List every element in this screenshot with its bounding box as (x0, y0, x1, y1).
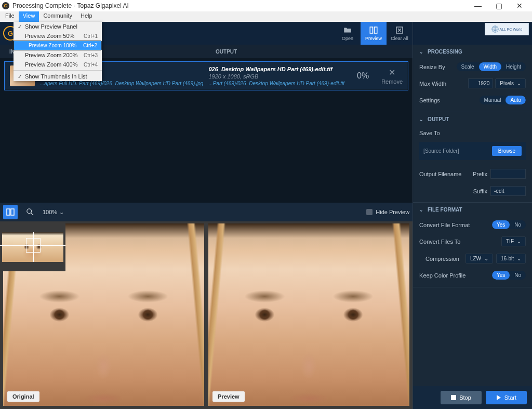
compression-select[interactable]: LZW⌄ (466, 254, 493, 263)
suffix-label: Suffix (473, 188, 487, 194)
preview-label: Preview (212, 391, 245, 402)
close-icon: ✕ (389, 68, 395, 77)
output-filename: 026_Desktop Wallpapers HD Part (469)-edi… (208, 66, 344, 72)
settings-segment[interactable]: Manual Auto (480, 96, 526, 104)
stop-icon (451, 395, 456, 400)
chevron-down-icon: ⌄ (517, 81, 521, 86)
save-to-label: Save To (419, 130, 526, 136)
zoom-select[interactable]: 100%⌄ (43, 209, 64, 216)
chevron-down-icon: ⌄ (59, 209, 64, 216)
preview-icon (369, 25, 378, 35)
chevron-down-icon: ⌄ (419, 207, 423, 213)
close-button[interactable]: ✕ (509, 0, 530, 11)
menu-zoom-200[interactable]: Preview Zoom 200%Ctrl+3 (14, 50, 102, 60)
preview-area: Original Preview (0, 221, 413, 409)
files-to-label: Convert Files To (419, 239, 501, 245)
keep-color-segment[interactable]: YesNo (492, 271, 526, 280)
filename-label: Output Filename (419, 171, 473, 177)
suffix-input[interactable] (490, 186, 526, 196)
svg-rect-3 (7, 209, 10, 215)
window-title: Processing Complete - Topaz Gigapixel AI (12, 2, 129, 9)
chevron-down-icon: ⌄ (484, 256, 488, 261)
view-dropdown: ✓Show Preview Panel Preview Zoom 50%Ctrl… (14, 22, 102, 81)
menu-show-preview-panel[interactable]: ✓Show Preview Panel (14, 22, 102, 31)
bitdepth-select[interactable]: 16-bit⌄ (496, 254, 526, 263)
menu-zoom-100[interactable]: Preview Zoom 100%Ctrl+2 (14, 41, 102, 50)
svg-rect-4 (11, 209, 14, 215)
progress-percent: 0% (357, 71, 369, 81)
svg-rect-0 (370, 27, 373, 33)
settings-panel: ⌄PROCESSING Resize By Scale Width Height… (413, 22, 532, 409)
menu-zoom-400[interactable]: Preview Zoom 400%Ctrl+4 (14, 60, 102, 69)
menu-zoom-50[interactable]: Preview Zoom 50%Ctrl+1 (14, 31, 102, 41)
preview-pane[interactable]: Preview (208, 223, 409, 406)
max-width-input[interactable] (468, 78, 493, 88)
prefix-input[interactable] (490, 169, 526, 179)
clear-icon (395, 25, 404, 35)
minus-icon (366, 209, 373, 215)
svg-rect-6 (451, 395, 456, 400)
remove-button[interactable]: ✕ Remove (381, 68, 403, 85)
input-path: ...apers Full HD. Part (469)/026_Desktop… (40, 81, 203, 86)
split-icon (6, 208, 15, 216)
chevron-down-icon: ⌄ (517, 256, 521, 261)
menu-view[interactable]: View (19, 11, 39, 22)
resize-by-label: Resize By (419, 64, 456, 70)
chevron-down-icon: ⌄ (517, 239, 521, 244)
navigator[interactable] (0, 222, 65, 271)
menu-show-thumbnails[interactable]: ✓Show Thumbnails In List (14, 72, 102, 81)
layout-toggle[interactable] (3, 205, 18, 219)
maximize-button[interactable]: ▢ (488, 0, 509, 11)
open-button[interactable]: Open (335, 22, 361, 45)
stop-button[interactable]: Stop (441, 391, 482, 404)
svg-rect-1 (375, 27, 377, 33)
prefix-label: Prefix (473, 171, 487, 177)
preview-toolbar: 100%⌄ Hide Preview (0, 203, 413, 221)
start-button[interactable]: Start (486, 391, 527, 404)
convert-format-label: Convert File Format (419, 222, 492, 228)
keep-color-label: Keep Color Profile (419, 272, 492, 279)
watermark: ALL PC World (485, 23, 529, 35)
processing-section-header[interactable]: ⌄PROCESSING (413, 45, 532, 59)
output-meta: 1920 x 1080, sRGB (208, 73, 344, 80)
svg-point-5 (27, 209, 32, 214)
magnifier-icon (26, 208, 34, 216)
output-path: ...Part (469)/026_Desktop Wallpapers HD … (208, 81, 344, 86)
browse-button[interactable]: Browse (492, 146, 522, 156)
menu-bar: File View Community Help (0, 11, 532, 22)
minimize-button[interactable]: — (468, 0, 488, 11)
zoom-tool[interactable] (23, 205, 37, 219)
menu-help[interactable]: Help (76, 11, 97, 22)
hide-preview-toggle[interactable]: Hide Preview (366, 209, 409, 215)
footer: Stop Start (413, 386, 532, 409)
clear-all-button[interactable]: Clear All (387, 22, 413, 45)
settings-label: Settings (419, 97, 480, 103)
window-titlebar: G Processing Complete - Topaz Gigapixel … (0, 0, 532, 11)
max-width-label: Max Width (419, 81, 468, 87)
resize-by-segment[interactable]: Scale Width Height (457, 62, 526, 71)
output-header: OUTPUT (206, 49, 237, 55)
preview-button[interactable]: Preview (361, 22, 387, 45)
format-section-header[interactable]: ⌄FILE FORMAT (413, 203, 532, 217)
chevron-down-icon: ⌄ (419, 49, 423, 55)
globe-icon (491, 25, 499, 33)
chevron-down-icon: ⌄ (419, 117, 423, 122)
play-icon (496, 395, 501, 400)
menu-file[interactable]: File (1, 11, 19, 22)
unit-select[interactable]: Pixels⌄ (495, 78, 526, 88)
output-section-header[interactable]: ⌄OUTPUT (413, 112, 532, 126)
compression-label: Compression (419, 256, 466, 262)
original-label: Original (7, 391, 39, 402)
folder-icon (343, 25, 352, 35)
app-icon: G (2, 2, 9, 9)
format-select[interactable]: TIF⌄ (501, 236, 526, 246)
convert-format-segment[interactable]: YesNo (492, 220, 526, 229)
menu-community[interactable]: Community (39, 11, 76, 22)
save-folder: [Source Folder] (423, 148, 492, 154)
